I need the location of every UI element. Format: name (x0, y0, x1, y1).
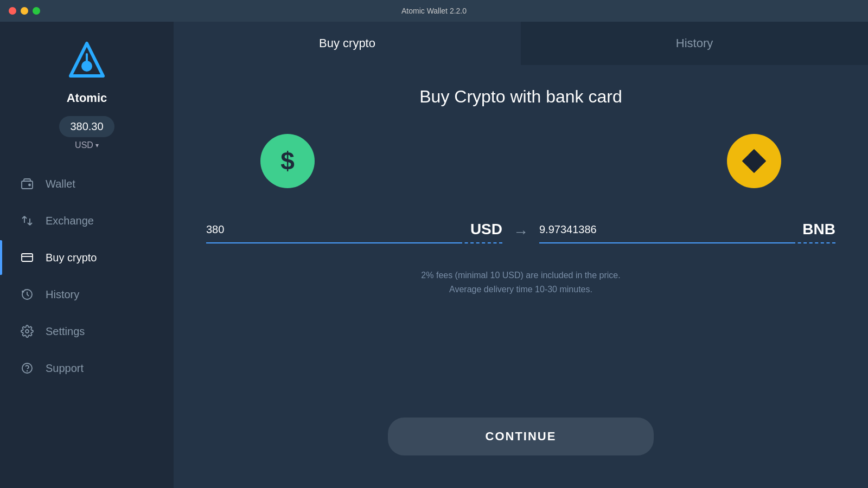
app-body: Atomic 380.30 USD ▾ Wallet (0, 22, 868, 488)
usd-icon-circle: $ (260, 134, 315, 188)
chevron-down-icon: ▾ (95, 142, 99, 149)
sidebar-item-support[interactable]: Support (0, 351, 174, 386)
sidebar-item-buy-crypto-label: Buy crypto (46, 252, 97, 264)
currency-icons-row: $ (206, 134, 835, 188)
sidebar-item-history-label: History (46, 288, 79, 301)
svg-point-0 (81, 61, 92, 72)
svg-point-7 (22, 363, 32, 373)
bnb-logo-icon (739, 146, 769, 176)
balance-pill: 380.30 (59, 116, 114, 137)
window-title: Atomic Wallet 2.2.0 (401, 7, 467, 15)
sidebar-item-wallet[interactable]: Wallet (0, 166, 174, 201)
balance-amount: 380.30 (70, 120, 103, 132)
to-underline (539, 242, 792, 243)
exchange-icon (20, 213, 35, 228)
from-amount-value[interactable]: 380 (206, 223, 454, 236)
continue-button[interactable]: CONTINUE (388, 418, 654, 455)
sidebar-item-exchange[interactable]: Exchange (0, 203, 174, 238)
traffic-lights (9, 7, 40, 15)
svg-rect-1 (22, 181, 33, 189)
to-amount-value: 9.97341386 (539, 223, 787, 236)
fees-info: 2% fees (minimal 10 USD) are included in… (421, 271, 620, 299)
svg-point-6 (25, 330, 29, 333)
bottom-section: CONTINUE (388, 418, 654, 466)
minimize-button[interactable] (21, 7, 28, 15)
to-input-container: 9.97341386 BNB (539, 221, 835, 238)
sidebar-item-wallet-label: Wallet (46, 178, 75, 190)
svg-point-2 (29, 184, 30, 186)
atomic-logo-icon (62, 38, 111, 87)
sidebar-item-settings[interactable]: Settings (0, 314, 174, 349)
maximize-button[interactable] (33, 7, 40, 15)
exchange-arrow-icon: → (513, 223, 528, 241)
tab-buy-crypto[interactable]: Buy crypto (174, 22, 521, 65)
to-currency-field: 9.97341386 BNB (539, 221, 835, 243)
from-underline (206, 242, 459, 243)
page-title: Buy Crypto with bank card (419, 87, 622, 107)
support-icon (20, 361, 35, 376)
fees-line1: 2% fees (minimal 10 USD) are included in… (421, 271, 620, 280)
tab-history[interactable]: History (521, 22, 868, 65)
wallet-icon (20, 176, 35, 191)
close-button[interactable] (9, 7, 16, 15)
titlebar: Atomic Wallet 2.2.0 (0, 0, 868, 22)
svg-rect-3 (22, 254, 33, 261)
fees-line2: Average delivery time 10-30 minutes. (421, 285, 620, 294)
to-underline-dashed (792, 242, 835, 243)
from-underline-dashed (459, 242, 502, 243)
currency-selector[interactable]: USD ▾ (75, 140, 99, 150)
from-input-container: 380 USD (206, 221, 502, 238)
currency-label: USD (75, 140, 93, 150)
logo-area: Atomic (62, 38, 111, 105)
main-content: Buy crypto History Buy Crypto with bank … (174, 22, 868, 488)
usd-symbol: $ (280, 146, 295, 176)
bnb-icon-circle (727, 134, 781, 188)
sidebar-item-history[interactable]: History (0, 277, 174, 312)
exchange-row: 380 USD → 9.97341386 BNB (206, 221, 835, 243)
buy-crypto-icon (20, 250, 35, 265)
history-icon (20, 287, 35, 302)
sidebar-nav: Wallet Exchange Buy cr (0, 166, 174, 386)
settings-icon (20, 324, 35, 339)
to-currency-label: BNB (792, 221, 835, 238)
content-area: Buy Crypto with bank card $ (174, 65, 868, 488)
from-currency-label: USD (459, 221, 502, 238)
logo-label: Atomic (67, 91, 107, 105)
from-currency-field: 380 USD (206, 221, 502, 243)
sidebar-item-support-label: Support (46, 362, 84, 375)
sidebar-item-exchange-label: Exchange (46, 215, 94, 227)
sidebar: Atomic 380.30 USD ▾ Wallet (0, 22, 174, 488)
sidebar-item-settings-label: Settings (46, 325, 85, 338)
sidebar-item-buy-crypto[interactable]: Buy crypto (0, 240, 174, 275)
tabs-bar: Buy crypto History (174, 22, 868, 65)
